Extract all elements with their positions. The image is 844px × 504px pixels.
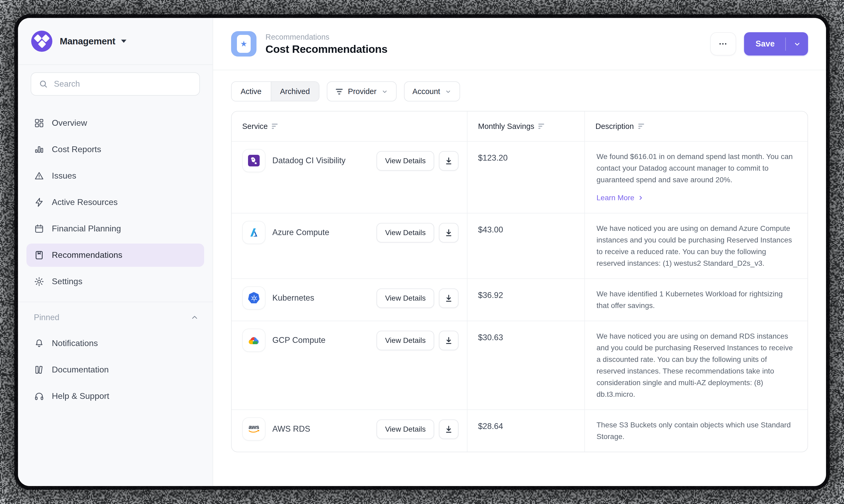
dashboard-icon [34,118,45,128]
sidebar-item-cost-reports[interactable]: Cost Reports [27,138,204,161]
workspace-name: Management [60,36,115,47]
service-name: Kubernetes [272,293,314,303]
sort-icon [638,123,645,129]
view-details-button[interactable]: View Details [377,330,434,350]
table-row: aws AWS RDS View Details $28.64 [231,410,808,452]
table-row: Datadog CI Visibility View Details $123.… [231,141,808,213]
filter-row: Active Archived Provider Account [213,70,826,111]
sidebar-item-label: Issues [52,171,76,181]
pinned-label: Pinned [34,313,59,322]
download-button[interactable] [439,330,459,350]
view-details-button[interactable]: View Details [377,288,434,308]
service-icon-chip: aws [242,417,265,440]
sidebar-item-financial-planning[interactable]: Financial Planning [27,217,204,240]
download-icon [444,228,453,237]
sort-icon [272,123,279,129]
sidebar-item-help-support[interactable]: Help & Support [27,384,204,408]
sidebar-item-label: Settings [52,277,83,286]
provider-filter-label: Provider [348,87,377,96]
search-input[interactable] [54,79,192,89]
service-name: Azure Compute [272,228,329,237]
chevron-right-icon [637,194,644,201]
recommendations-table: Service Monthly Savings Description [231,111,808,452]
datadog-logo-icon [248,155,260,166]
account-filter-button[interactable]: Account [404,82,460,102]
chevron-up-icon[interactable] [190,313,199,322]
view-details-button[interactable]: View Details [377,419,434,439]
page-title: Cost Recommendations [265,42,387,55]
sidebar-search[interactable] [31,72,200,96]
sidebar-item-recommendations[interactable]: Recommendations [27,244,204,267]
ellipsis-icon [719,39,728,49]
sidebar-item-overview[interactable]: Overview [27,111,204,135]
calendar-icon [34,223,45,234]
service-icon-chip [242,286,265,310]
aws-logo-icon: aws [248,424,260,434]
tab-archived[interactable]: Archived [271,82,319,101]
search-icon [38,79,49,89]
chevron-down-icon [445,88,452,95]
more-options-button[interactable] [710,32,736,55]
column-header-monthly-savings[interactable]: Monthly Savings [467,111,584,141]
alert-triangle-icon [34,170,45,181]
sidebar-item-label: Financial Planning [52,224,121,234]
service-name: AWS RDS [272,424,310,434]
kubernetes-logo-icon [248,292,260,304]
learn-more-link[interactable]: Learn More [597,192,796,203]
service-icon-chip [242,221,265,244]
azure-logo-icon [248,227,260,238]
chevron-down-icon [793,40,801,48]
sort-icon [539,123,546,129]
caret-down-icon [121,40,126,43]
download-button[interactable] [439,419,459,439]
column-header-description[interactable]: Description [584,111,808,141]
recommendation-description: We found $616.01 in on demand spend last… [597,152,793,184]
service-name: Datadog CI Visibility [272,156,346,165]
view-details-button[interactable]: View Details [377,223,434,242]
table-row: Azure Compute View Details $43.00 We hav… [231,213,808,278]
save-split-button[interactable]: Save [744,32,808,55]
save-dropdown-button[interactable] [786,32,808,55]
sidebar-item-documentation[interactable]: Documentation [27,358,204,381]
sidebar-item-label: Recommendations [52,250,122,260]
download-icon [444,156,453,165]
sidebar-item-settings[interactable]: Settings [27,270,204,293]
gear-icon [34,276,45,287]
sidebar: Management Overview Cost Reports Is [18,18,213,486]
workspace-switcher[interactable]: Management [18,18,212,65]
recommendation-description: We have noticed you are using on demand … [597,224,792,267]
save-button[interactable]: Save [744,39,785,49]
page-star-icon: ★ [231,31,257,56]
tab-active[interactable]: Active [231,82,271,101]
download-button[interactable] [439,223,459,242]
app-window: Management Overview Cost Reports Is [18,18,826,486]
main-content: ★ Recommendations Cost Recommendations S… [213,18,826,486]
download-button[interactable] [439,151,459,170]
sidebar-item-label: Notifications [52,339,98,348]
view-details-button[interactable]: View Details [377,151,434,170]
monthly-savings-value: $43.00 [467,213,584,278]
column-header-service[interactable]: Service [231,111,467,141]
monthly-savings-value: $36.92 [467,279,584,321]
sidebar-nav: Overview Cost Reports Issues Active Reso… [18,96,212,296]
sidebar-item-issues[interactable]: Issues [27,164,204,187]
sidebar-item-label: Active Resources [52,198,118,207]
provider-filter-button[interactable]: Provider [327,82,397,102]
table-row: GCP Compute View Details $30.63 We have … [231,321,808,410]
recommendation-description: These S3 Buckets only contain objects wh… [597,420,791,440]
filter-icon [335,88,343,95]
service-name: GCP Compute [272,336,326,345]
sidebar-item-notifications[interactable]: Notifications [27,332,204,355]
download-icon [444,336,453,345]
download-icon [444,425,453,433]
sidebar-item-active-resources[interactable]: Active Resources [27,191,204,214]
gcp-logo-icon [247,336,260,345]
sidebar-item-label: Cost Reports [52,145,101,154]
monthly-savings-value: $28.64 [467,410,584,452]
brand-logo-icon [31,31,52,52]
monthly-savings-value: $123.20 [467,142,584,213]
monthly-savings-value: $30.63 [467,321,584,410]
download-button[interactable] [439,288,459,308]
bell-icon [34,338,45,349]
bar-chart-icon [34,144,45,155]
